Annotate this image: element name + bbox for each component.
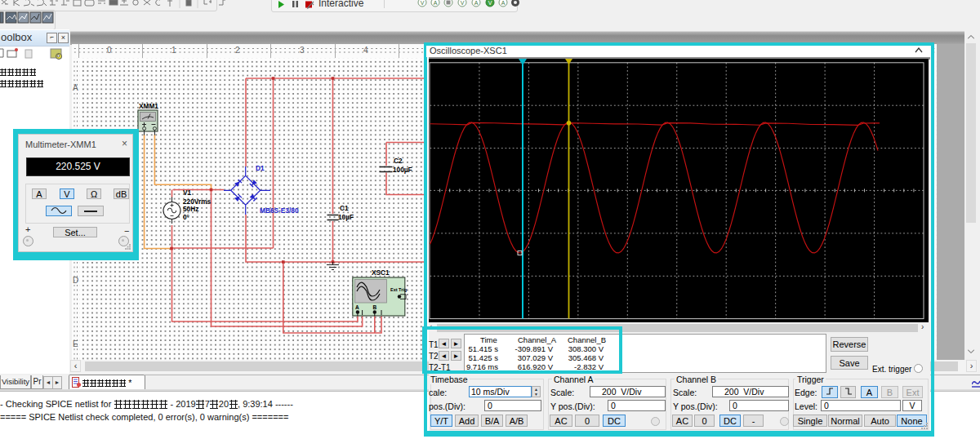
svg-text:0°: 0° <box>183 213 189 221</box>
svg-text:A: A <box>501 0 506 6</box>
svg-text:V1: V1 <box>183 188 192 197</box>
svg-text:V: V <box>461 0 465 6</box>
svg-text:C1: C1 <box>340 204 349 212</box>
svg-text:10µF: 10µF <box>338 213 354 221</box>
svg-text:Ext Trig: Ext Trig <box>390 287 407 292</box>
svg-text:C2: C2 <box>394 157 403 165</box>
svg-text:V: V <box>421 0 425 6</box>
svg-text:XMM1: XMM1 <box>139 102 158 110</box>
svg-text:MB6S-E3/80: MB6S-E3/80 <box>260 206 299 215</box>
svg-text:A: A <box>355 304 359 310</box>
svg-text:D1: D1 <box>256 164 265 172</box>
svg-text:XSC1: XSC1 <box>372 268 390 277</box>
svg-text:100µF: 100µF <box>393 166 412 174</box>
svg-text:V: V <box>488 0 492 6</box>
svg-text:A: A <box>474 0 479 6</box>
svg-text:B: B <box>373 304 377 310</box>
svg-text:A: A <box>434 0 438 6</box>
